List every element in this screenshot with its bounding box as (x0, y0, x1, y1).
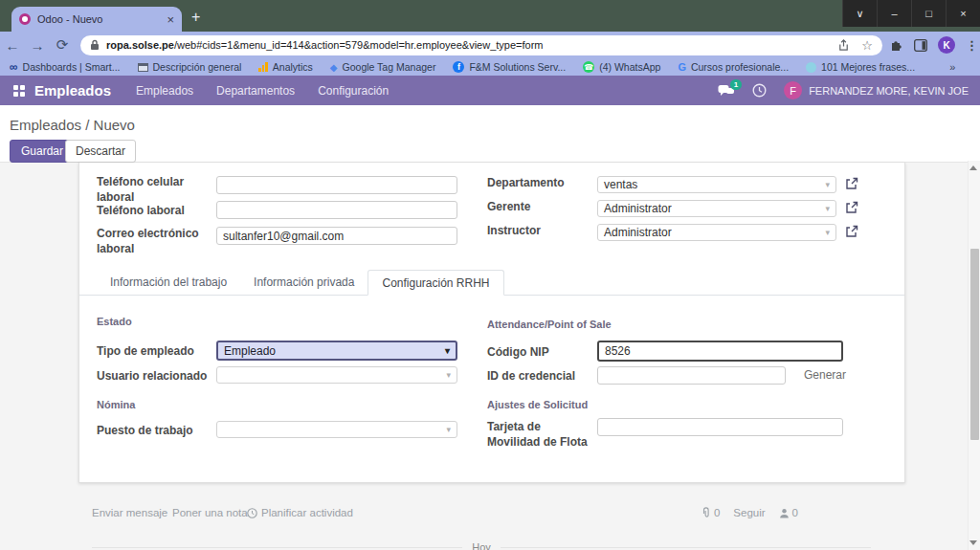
breadcrumb[interactable]: Empleados / Nuevo (10, 117, 135, 133)
log-note-button[interactable]: Poner una nota (172, 507, 248, 518)
window-menu-icon[interactable]: ∨ (842, 0, 877, 27)
window-controls: ∨ – □ × (842, 0, 980, 27)
browser-menu-icon[interactable]: ⋮ (966, 38, 978, 53)
dropdown-caret-icon: ▾ (446, 370, 451, 380)
clock-icon (247, 508, 257, 518)
tab-close-icon[interactable]: × (167, 12, 174, 27)
app-name[interactable]: Empleados (34, 82, 111, 99)
bookmark-cursos[interactable]: GCursos profesionale... (678, 61, 789, 73)
reload-icon[interactable]: ⟳ (50, 36, 75, 54)
tab-configuracion-rrhh[interactable]: Configuración RRHH (368, 270, 503, 296)
person-icon (779, 508, 790, 518)
select-tipo-empleado[interactable]: Empleado ▾ (216, 341, 457, 361)
browser-titlebar: Odoo - Nuevo × + ∨ – □ × (0, 0, 980, 32)
input-correo-laboral[interactable] (216, 227, 457, 245)
apps-menu-icon[interactable] (13, 85, 25, 97)
window-maximize-icon[interactable]: □ (911, 0, 946, 27)
side-panel-icon[interactable] (914, 39, 927, 52)
scroll-up-icon[interactable] (969, 165, 977, 170)
window-minimize-icon[interactable]: – (877, 0, 911, 27)
menu-departamentos[interactable]: Departamentos (216, 84, 295, 98)
bookmarks-overflow-icon[interactable]: » (949, 61, 955, 73)
select-chevron-icon: ▾ (445, 345, 450, 356)
page-scrollbar[interactable] (968, 161, 980, 550)
tab-informacion-trabajo[interactable]: Información del trabajo (97, 270, 240, 296)
window-close-icon[interactable]: × (946, 0, 980, 27)
bookmark-fm-solutions[interactable]: fF&M Solutions Serv... (453, 61, 566, 73)
generar-button[interactable]: Generar (804, 368, 846, 382)
input-id-credencial[interactable] (597, 366, 786, 385)
message-count-badge: 1 (730, 79, 742, 90)
input-tarjeta-movilidad[interactable] (597, 418, 843, 436)
scrollbar-thumb[interactable] (970, 249, 979, 440)
external-link-icon[interactable] (845, 201, 858, 214)
attachments-counter[interactable]: 0 (702, 507, 720, 518)
label-tarjeta-movilidad: Tarjeta de Movilidad de Flota (487, 419, 594, 450)
input-telefono-celular[interactable] (216, 176, 457, 194)
followers-counter[interactable]: 0 (779, 507, 798, 518)
bookmark-analytics[interactable]: Analytics (258, 61, 313, 73)
browser-profile-avatar[interactable]: K (938, 36, 955, 54)
label-departamento: Departamento (487, 175, 597, 190)
bookmark-whatsapp[interactable]: ☎(4) WhatsApp (583, 61, 660, 73)
forward-icon[interactable]: → (25, 37, 50, 54)
activities-button[interactable] (752, 83, 767, 98)
bookmark-gtm[interactable]: ◆Google Tag Manager (330, 61, 436, 73)
odoo-navbar: Empleados Empleados Departamentos Config… (0, 76, 980, 105)
date-divider-label: Hoy (472, 541, 491, 550)
menu-empleados[interactable]: Empleados (136, 84, 193, 98)
lock-icon (90, 39, 100, 51)
field-gerente[interactable]: Administrator▾ (597, 200, 836, 217)
control-panel: Empleados / Nuevo Guardar Descartar (0, 105, 980, 163)
messages-button[interactable]: 1 (718, 84, 735, 98)
discard-button[interactable]: Descartar (65, 140, 136, 163)
bookmark-descripcion[interactable]: Descripción general (138, 61, 242, 73)
back-icon[interactable]: ← (0, 37, 25, 54)
tab-informacion-privada[interactable]: Información privada (240, 270, 368, 296)
extensions-icon[interactable] (890, 38, 903, 52)
google-icon: G (678, 61, 686, 73)
label-gerente: Gerente (487, 199, 597, 214)
label-id-credencial: ID de credencial (487, 368, 575, 384)
label-puesto-trabajo: Puesto de trabajo (97, 423, 193, 438)
webpage-icon (138, 63, 148, 72)
infinity-icon: ∞ (10, 62, 18, 72)
scroll-down-icon[interactable] (969, 540, 977, 545)
field-puesto-trabajo[interactable]: ▾ (216, 421, 457, 438)
analytics-icon (258, 62, 268, 72)
label-tipo-empleado: Tipo de empleado (97, 343, 194, 359)
external-link-icon[interactable] (845, 177, 858, 190)
input-codigo-nip[interactable] (597, 341, 843, 362)
label-usuario-relacionado: Usuario relacionado (97, 368, 207, 384)
field-usuario-relacionado[interactable]: ▾ (216, 366, 457, 384)
external-link-icon[interactable] (845, 225, 858, 238)
dropdown-caret-icon: ▾ (825, 180, 830, 189)
field-instructor[interactable]: Administrator▾ (597, 224, 836, 241)
toolbar-right: K ⋮ (890, 36, 978, 54)
user-avatar[interactable]: F (784, 81, 802, 99)
menu-configuracion[interactable]: Configuración (318, 84, 389, 98)
clock-icon (752, 83, 767, 98)
share-icon[interactable] (837, 39, 850, 52)
paperclip-icon (702, 507, 711, 518)
whatsapp-icon: ☎ (583, 61, 594, 73)
new-tab-button[interactable]: + (191, 10, 200, 25)
dropdown-caret-icon: ▾ (825, 204, 830, 213)
bookmark-frases[interactable]: 101 Mejores frases... (806, 61, 915, 73)
bookmark-dashboards[interactable]: ∞Dashboards | Smart... (10, 61, 121, 73)
follow-button[interactable]: Seguir (733, 507, 765, 518)
section-nomina: Nómina (97, 399, 135, 410)
field-departamento[interactable]: ventas▾ (597, 176, 836, 193)
label-telefono-celular: Teléfono celular laboral (97, 174, 210, 205)
notebook-tabs: Información del trabajo Información priv… (97, 270, 504, 296)
send-message-button[interactable]: Enviar mensaje (92, 507, 167, 518)
user-name[interactable]: FERNANDEZ MORE, KEVIN JOE (809, 85, 969, 97)
browser-tab[interactable]: Odoo - Nuevo × (11, 7, 182, 32)
schedule-activity-button[interactable]: Planificar actividad (247, 507, 353, 518)
facebook-icon: f (453, 61, 464, 73)
bookmark-star-icon[interactable]: ☆ (861, 38, 873, 53)
label-instructor: Instructor (487, 223, 597, 238)
address-bar[interactable]: ropa.solse.pe/web#cids=1&menu_id=414&act… (80, 35, 882, 55)
label-telefono-laboral: Teléfono laboral (97, 203, 210, 218)
input-telefono-laboral[interactable] (216, 201, 457, 219)
